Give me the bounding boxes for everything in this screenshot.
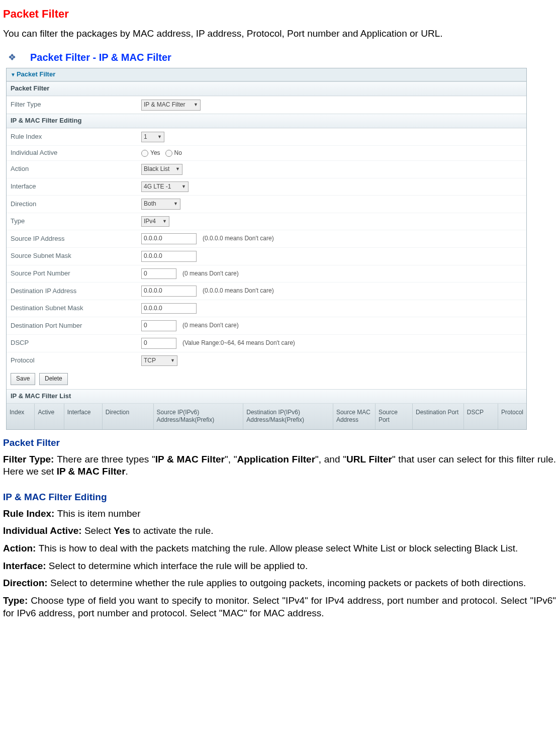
label-dst-ip: Destination IP Address <box>11 287 141 296</box>
chevron-down-icon: ▼ <box>173 201 178 207</box>
type-select[interactable]: IPv4▼ <box>141 216 169 227</box>
dst-mask-input[interactable]: 0.0.0.0 <box>141 303 197 314</box>
radio-yes-label: Yes <box>150 149 160 157</box>
save-button[interactable]: Save <box>11 373 35 385</box>
para-rule-index: Rule Index: This is item number <box>3 508 556 520</box>
section-editing: IP & MAC Filter Editing <box>7 114 526 128</box>
row-filter-type: Filter Type IP & MAC Filter▼ <box>7 96 526 114</box>
label-dscp: DSCP <box>11 339 141 347</box>
para-filter-type: Filter Type: There are three types "IP &… <box>3 453 556 478</box>
heading-editing: IP & MAC Filter Editing <box>3 491 556 504</box>
para-direction: Direction: Select to determine whether t… <box>3 577 556 590</box>
label-src-ip: Source IP Address <box>11 235 141 243</box>
col-source: Source IP(IPv6) Address/Mask(Prefix) <box>153 404 243 429</box>
heading-packet-filter: Packet Filter <box>3 437 556 449</box>
label-type: Type <box>11 217 141 226</box>
panel-header-label: Packet Filter <box>17 70 55 78</box>
section-packet-filter: Packet Filter <box>7 81 526 96</box>
chevron-down-icon: ▼ <box>170 358 175 364</box>
intro-text: You can filter the packages by MAC addre… <box>3 28 556 40</box>
direction-select[interactable]: Both▼ <box>141 199 180 210</box>
protocol-select[interactable]: TCP▼ <box>141 355 177 366</box>
section-bullet: ❖ Packet Filter - IP & MAC Filter <box>3 51 556 64</box>
col-dport: Destination Port <box>412 404 463 429</box>
label-rule-index: Rule Index <box>11 133 141 141</box>
para-type: Type: Choose type of field you want to s… <box>3 595 556 619</box>
col-mac: Source MAC Address <box>333 404 375 429</box>
col-destination: Destination IP(IPv6) Address/Mask(Prefix… <box>243 404 333 429</box>
diamond-icon: ❖ <box>8 52 16 63</box>
label-interface: Interface <box>11 182 141 191</box>
dst-ip-input[interactable]: 0.0.0.0 <box>141 286 197 297</box>
label-dst-mask: Destination Subnet Mask <box>11 304 141 313</box>
src-ip-input[interactable]: 0.0.0.0 <box>141 233 197 244</box>
col-direction: Direction <box>102 404 153 429</box>
label-action: Action <box>11 165 141 173</box>
dst-port-input[interactable]: 0 <box>141 320 176 331</box>
para-individual-active: Individual Active: Select Yes to activat… <box>3 525 556 537</box>
label-protocol: Protocol <box>11 356 141 365</box>
chevron-down-icon: ▼ <box>162 219 167 225</box>
label-filter-type: Filter Type <box>11 101 141 109</box>
label-individual-active: Individual Active <box>11 149 141 157</box>
col-interface: Interface <box>64 404 102 429</box>
delete-button[interactable]: Delete <box>39 373 68 385</box>
col-active: Active <box>34 404 63 429</box>
hint-dst-ip: (0.0.0.0 means Don't care) <box>203 287 274 295</box>
radio-no-label: No <box>174 149 182 157</box>
chevron-down-icon: ▼ <box>181 184 186 190</box>
col-dscp: DSCP <box>463 404 498 429</box>
radio-no[interactable] <box>165 150 172 157</box>
dscp-input[interactable]: 0 <box>141 338 176 349</box>
src-mask-input[interactable]: 0.0.0.0 <box>141 251 197 262</box>
col-index: Index <box>7 404 34 429</box>
hint-src-ip: (0.0.0.0 means Don't care) <box>203 235 274 243</box>
config-panel: ▼Packet Filter Packet Filter Filter Type… <box>6 68 527 430</box>
rule-index-select[interactable]: 1▼ <box>141 132 164 143</box>
para-interface: Interface: Select to determine which int… <box>3 560 556 573</box>
list-header: Index Active Interface Direction Source … <box>7 404 526 429</box>
collapse-icon: ▼ <box>11 72 16 77</box>
chevron-down-icon: ▼ <box>157 134 162 140</box>
section-filter-list: IP & MAC Filter List <box>7 389 526 404</box>
col-sport: Source Port <box>375 404 412 429</box>
hint-src-port: (0 means Don't care) <box>182 270 239 278</box>
radio-yes[interactable] <box>141 150 148 157</box>
chevron-down-icon: ▼ <box>194 102 198 108</box>
src-port-input[interactable]: 0 <box>141 268 176 280</box>
label-direction: Direction <box>11 200 141 209</box>
interface-select[interactable]: 4G LTE -1▼ <box>141 181 189 193</box>
filter-type-select[interactable]: IP & MAC Filter▼ <box>141 100 201 111</box>
action-select[interactable]: Black List▼ <box>141 164 182 175</box>
para-action: Action: This is how to deal with the pac… <box>3 542 556 555</box>
button-row: Save Delete <box>7 369 526 389</box>
page-title: Packet Filter <box>3 7 556 22</box>
bullet-label: Packet Filter - IP & MAC Filter <box>30 51 171 64</box>
hint-dscp: (Value Range:0~64, 64 means Don't care) <box>182 339 295 347</box>
label-src-mask: Source Subnet Mask <box>11 252 141 260</box>
label-dst-port: Destination Port Number <box>11 322 141 330</box>
hint-dst-port: (0 means Don't care) <box>182 322 239 330</box>
label-src-port: Source Port Number <box>11 269 141 278</box>
chevron-down-icon: ▼ <box>175 166 180 172</box>
col-protocol: Protocol <box>498 404 526 429</box>
panel-header[interactable]: ▼Packet Filter <box>7 68 526 81</box>
